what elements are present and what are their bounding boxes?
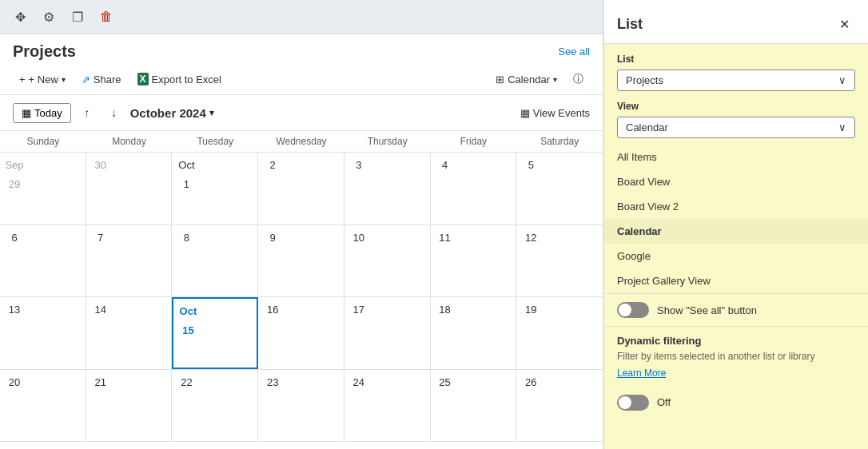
panel-title: List [617, 16, 643, 33]
dynamic-toggle-label: Off [657, 396, 671, 408]
calendar-cell[interactable]: 25 [431, 370, 517, 442]
calendar-cell[interactable]: Oct 1 [172, 153, 258, 224]
calendar-cell[interactable]: 7 [86, 225, 173, 297]
view-option-all-items[interactable]: All Items [604, 145, 868, 169]
list-dropdown-value: Projects [626, 74, 663, 86]
info-button[interactable]: ⓘ [567, 69, 590, 89]
view-dropdown-value: Calendar [626, 121, 668, 133]
calendar-cell[interactable]: 6 [0, 225, 86, 297]
view-events-icon: ▦ [520, 107, 530, 119]
calendar-cell[interactable]: 11 [431, 225, 517, 297]
dynamic-title: Dynamic filtering [617, 335, 855, 347]
calendar-header: Sunday Monday Tuesday Wednesday Thursday… [0, 131, 603, 153]
calendar-cell[interactable]: 8 [172, 225, 258, 297]
see-all-link[interactable]: See all [558, 46, 590, 58]
share-button[interactable]: ⇗ Share [75, 70, 128, 89]
toggle-knob-2 [619, 396, 631, 409]
view-events-button[interactable]: ▦ View Events [520, 107, 590, 119]
move-button[interactable]: ✥ [8, 5, 32, 29]
export-button[interactable]: X Export to Excel [131, 70, 228, 89]
calendar-nav-bar: ▦ Today ↑ ↓ October 2024 ▾ ▦ View Events [0, 95, 603, 131]
calendar-cell[interactable]: 2 [258, 153, 344, 224]
show-see-all-row: Show "See all" button [604, 294, 868, 326]
calendar-cell-today[interactable]: Oct 15 [172, 297, 258, 369]
today-label: Today [34, 107, 62, 119]
toggle-knob [619, 304, 631, 316]
calendar-cell[interactable]: 18 [431, 297, 517, 369]
calendar-view-button[interactable]: ⊞ Calendar ▾ [489, 70, 563, 89]
calendar-cell[interactable]: 23 [258, 370, 344, 442]
excel-icon: X [137, 73, 149, 85]
close-panel-button[interactable]: ✕ [833, 13, 855, 35]
calendar-cell[interactable]: 22 [172, 370, 258, 442]
calendar-cell[interactable]: 16 [258, 297, 344, 369]
next-month-button[interactable]: ↓ [103, 101, 125, 124]
month-label[interactable]: October 2024 ▾ [130, 106, 214, 120]
calendar-cell[interactable]: 21 [86, 370, 173, 442]
calendar-cell[interactable]: Sep 29 [0, 153, 86, 224]
calendar-cell[interactable]: 19 [516, 297, 603, 369]
learn-more-link[interactable]: Learn More [617, 368, 666, 379]
left-panel: ✥ ⚙ ❐ 🗑 Projects See all + + New ▾ ⇗ Sha… [0, 0, 603, 449]
day-header-thursday: Thursday [344, 131, 431, 152]
view-option-google[interactable]: Google [604, 244, 868, 268]
calendar-body: Sep 29 30 Oct 1 2 3 4 5 6 7 8 9 10 11 12… [0, 153, 603, 442]
calendar-cell[interactable]: 10 [344, 225, 431, 297]
list-field-label: List [617, 54, 855, 65]
view-field-section: View Calendar ∨ [604, 97, 868, 145]
calendar-cell[interactable]: 12 [516, 225, 603, 297]
list-field-section: List Projects ∨ [604, 44, 868, 97]
view-events-label: View Events [533, 107, 590, 119]
dynamic-filtering-section: Dynamic filtering Filter by items select… [604, 327, 868, 387]
info-icon: ⓘ [573, 72, 583, 86]
right-panel: List ✕ List Projects ∨ View Calendar ∨ A… [603, 0, 868, 449]
calendar-cell[interactable]: 5 [516, 153, 603, 224]
day-header-saturday: Saturday [516, 131, 603, 152]
calendar-week-3: 13 14 Oct 15 16 17 18 19 [0, 297, 603, 370]
list-dropdown-chevron: ∨ [838, 74, 846, 86]
month-chevron: ▾ [209, 108, 214, 118]
day-header-sunday: Sunday [0, 131, 86, 152]
calendar-cell[interactable]: 30 [86, 153, 173, 224]
view-dropdown-chevron: ∨ [838, 121, 846, 133]
calendar-cell[interactable]: 3 [344, 153, 431, 224]
view-option-board-view[interactable]: Board View [604, 169, 868, 194]
list-dropdown[interactable]: Projects ∨ [617, 70, 855, 91]
settings-button[interactable]: ⚙ [37, 5, 61, 29]
dynamic-toggle-row: Off [604, 387, 868, 419]
calendar-week-2: 6 7 8 9 10 11 12 [0, 225, 603, 298]
calendar-cell[interactable]: 4 [431, 153, 517, 224]
view-field-label: View [617, 101, 855, 112]
calendar-cell[interactable]: 13 [0, 297, 86, 369]
new-button[interactable]: + + New ▾ [13, 70, 72, 89]
delete-button[interactable]: 🗑 [94, 5, 118, 29]
calendar-cell[interactable]: 26 [516, 370, 603, 442]
header-row: Projects See all [0, 34, 603, 66]
calendar-week-1: Sep 29 30 Oct 1 2 3 4 5 [0, 153, 603, 225]
today-icon: ▦ [22, 107, 31, 119]
view-option-project-gallery[interactable]: Project Gallery View [604, 268, 868, 293]
right-panel-body: List Projects ∨ View Calendar ∨ All Item… [604, 44, 868, 449]
view-option-calendar[interactable]: Calendar [604, 219, 868, 244]
show-see-all-toggle[interactable] [617, 302, 649, 318]
calendar-cell[interactable]: 20 [0, 370, 86, 442]
day-header-wednesday: Wednesday [258, 131, 344, 152]
calendar-view-label: Calendar [508, 74, 550, 85]
cal-nav: ▦ Today ↑ ↓ October 2024 ▾ [13, 101, 214, 124]
new-label: + New [29, 74, 58, 85]
prev-month-button[interactable]: ↑ [76, 101, 98, 124]
calendar-cell[interactable]: 14 [86, 297, 173, 369]
view-dropdown[interactable]: Calendar ∨ [617, 117, 855, 138]
calendar-cell[interactable]: 9 [258, 225, 344, 297]
dynamic-desc: Filter by items selected in another list… [617, 350, 855, 364]
view-option-board-view-2[interactable]: Board View 2 [604, 194, 868, 219]
dynamic-filter-toggle[interactable] [617, 395, 649, 411]
calendar-cell[interactable]: 24 [344, 370, 431, 442]
copy-button[interactable]: ❐ [66, 5, 90, 29]
today-button[interactable]: ▦ Today [13, 103, 71, 123]
show-see-all-label: Show "See all" button [657, 304, 757, 316]
view-options-list: All Items Board View Board View 2 Calend… [604, 145, 868, 293]
calendar-cell[interactable]: 17 [344, 297, 431, 369]
share-icon: ⇗ [82, 74, 90, 85]
calendar-grid: Sunday Monday Tuesday Wednesday Thursday… [0, 131, 603, 449]
